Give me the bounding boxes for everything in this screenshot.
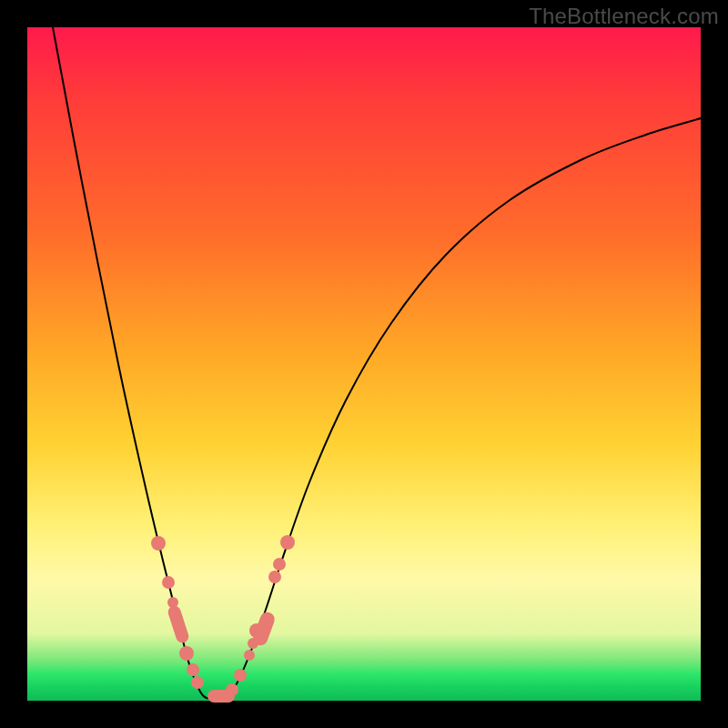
- marker-layer: [151, 535, 295, 703]
- watermark-text: TheBottleneck.com: [529, 4, 719, 29]
- plot-area: [27, 27, 701, 701]
- data-marker: [151, 536, 166, 551]
- chart-svg: [27, 27, 701, 701]
- data-marker: [162, 576, 175, 589]
- data-marker: [268, 571, 281, 583]
- data-marker: [179, 646, 194, 661]
- data-marker: [191, 676, 204, 689]
- bottleneck-curve: [53, 27, 701, 700]
- data-marker: [273, 558, 286, 571]
- data-marker: [226, 683, 238, 696]
- chart-frame: TheBottleneck.com: [0, 0, 728, 728]
- data-marker: [167, 604, 190, 644]
- data-marker: [280, 535, 295, 550]
- data-marker: [244, 650, 255, 661]
- data-marker: [234, 669, 247, 682]
- data-marker: [187, 663, 199, 676]
